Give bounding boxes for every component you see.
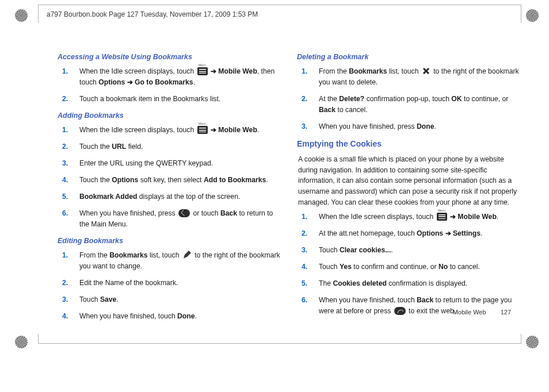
subheading-adding: Adding Bookmarks: [58, 110, 281, 121]
menu-icon: Menu: [437, 213, 447, 221]
step: At the Delete? confirmation pop-up, touc…: [314, 94, 520, 116]
step: At the att.net homepage, touch Options ➔…: [314, 228, 520, 239]
step: From the Bookmarks list, touch to the ri…: [75, 250, 281, 272]
crop-mark-ornament: [526, 9, 539, 22]
step: Touch Clear cookies....: [314, 245, 520, 256]
step: From the Bookmarks list, touch to the ri…: [314, 66, 520, 88]
footer-section: Mobile Web: [453, 309, 486, 316]
back-key-icon: [178, 209, 190, 217]
crop-mark-ornament: [15, 336, 28, 348]
steps-cookies: When the Idle screen displays, touch Men…: [297, 212, 520, 316]
step: When the Idle screen displays, touch Men…: [75, 66, 281, 88]
step: The Cookies deleted confirmation is disp…: [314, 278, 520, 289]
step: Touch Yes to confirm and continue, or No…: [314, 262, 520, 272]
framemaker-header-text: a797 Bourbon.book Page 127 Tuesday, Nove…: [47, 10, 258, 18]
step: Touch the Options soft key, then select …: [75, 175, 281, 186]
step: Bookmark Added displays at the top of th…: [75, 191, 281, 202]
framemaker-footer-frame: [38, 334, 521, 344]
subheading-accessing: Accessing a Website Using Bookmarks: [58, 52, 281, 63]
step: When you have finished, touch Done.: [75, 311, 281, 322]
steps-deleting: From the Bookmarks list, touch to the ri…: [297, 66, 520, 132]
step: When the Idle screen displays, touch Men…: [314, 212, 520, 222]
steps-accessing: When the Idle screen displays, touch Men…: [58, 66, 281, 105]
framemaker-header: a797 Bourbon.book Page 127 Tuesday, Nove…: [38, 5, 521, 23]
crop-mark-ornament: [15, 9, 28, 22]
step: Touch Save.: [75, 294, 281, 305]
step: When you have finished, press Done.: [314, 121, 520, 132]
step: When the Idle screen displays, touch Men…: [75, 125, 281, 136]
step: Touch the URL field.: [75, 141, 281, 152]
footer-page-number: 127: [501, 309, 511, 316]
subheading-editing: Editing Bookmarks: [58, 236, 281, 247]
step: Touch a bookmark item in the Bookmarks l…: [75, 94, 281, 105]
delete-x-icon: [422, 67, 430, 75]
crop-mark-ornament: [526, 336, 539, 348]
steps-adding: When the Idle screen displays, touch Men…: [58, 125, 281, 229]
pencil-icon: [182, 250, 192, 259]
page-body: Accessing a Website Using Bookmarks When…: [58, 49, 520, 329]
subheading-deleting: Deleting a Bookmark: [297, 52, 520, 63]
page-footer: Mobile Web 127: [453, 308, 511, 317]
right-column: Deleting a Bookmark From the Bookmarks l…: [297, 49, 520, 329]
step: Enter the URL using the QWERTY keypad.: [75, 158, 281, 169]
menu-icon: Menu: [197, 126, 208, 134]
step: Edit the Name of the bookmark.: [75, 278, 281, 289]
cookies-intro: A cookie is a small file which is placed…: [297, 154, 520, 209]
end-call-key-icon: [394, 307, 406, 315]
steps-editing: From the Bookmarks list, touch to the ri…: [58, 250, 281, 322]
left-column: Accessing a Website Using Bookmarks When…: [58, 49, 281, 329]
section-heading-cookies: Emptying the Cookies: [297, 138, 520, 151]
step: When you have finished, press or touch B…: [75, 208, 281, 230]
menu-icon: Menu: [197, 67, 208, 75]
